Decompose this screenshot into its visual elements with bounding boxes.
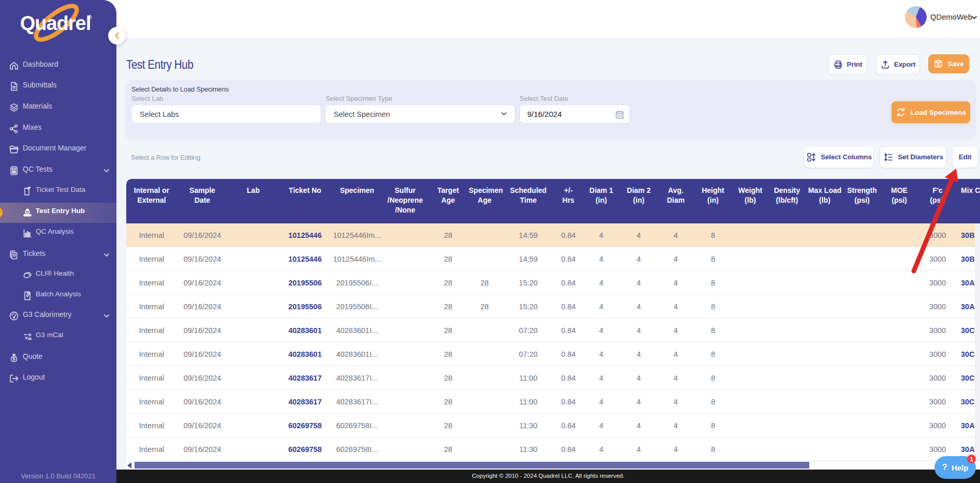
svg-text:9: 9: [28, 292, 29, 295]
svg-text:Quadrel: Quadrel: [20, 12, 91, 34]
svg-text:®: ®: [88, 14, 92, 20]
